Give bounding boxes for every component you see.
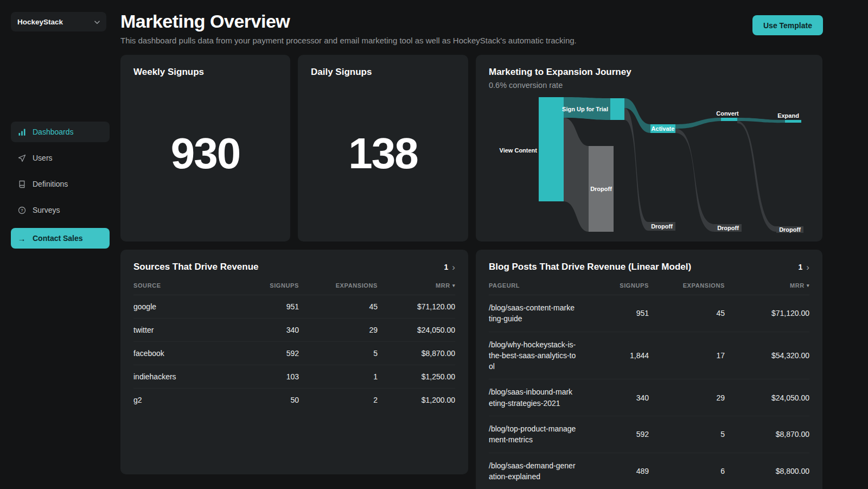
- workspace-switcher[interactable]: HockeyStack: [11, 12, 106, 31]
- table-row[interactable]: /blog/saas-demand-generation-explained48…: [489, 453, 809, 489]
- table-row[interactable]: twitter34029$24,050.00: [133, 319, 455, 342]
- table-card-header: Blog Posts That Drive Revenue (Linear Mo…: [489, 262, 809, 272]
- sankey-svg: View Content Sign Up for Trial Dropoff A…: [489, 92, 810, 236]
- book-icon: [17, 180, 26, 188]
- sankey-label-dropoff-main: Dropoff: [590, 186, 612, 192]
- stats-row: Weekly Signups 930 Daily Signups 138 Mar…: [120, 55, 823, 242]
- column-header-mrr[interactable]: MRR ▾: [725, 282, 809, 289]
- sidebar-item-definitions[interactable]: Definitions: [11, 174, 110, 194]
- row-value: $8,870.00: [378, 349, 455, 358]
- row-value: 50: [231, 396, 299, 404]
- column-header-label: MRR: [790, 282, 805, 289]
- row-value: 17: [649, 351, 725, 360]
- sankey-node-view-content[interactable]: [539, 97, 564, 201]
- sidebar-item-label: Users: [33, 154, 53, 162]
- pagination[interactable]: 1 ›: [444, 263, 455, 272]
- row-value: 592: [584, 430, 649, 439]
- column-header-mrr[interactable]: MRR ▾: [378, 282, 455, 289]
- chevron-right-icon: ›: [452, 263, 455, 272]
- page-subtitle: This dashboard pulls data from your paym…: [120, 36, 577, 45]
- flow-activate-convert: [675, 118, 721, 129]
- sidebar-item-surveys[interactable]: ? Surveys: [11, 200, 110, 220]
- sankey-label-dropoff-3: Dropoff: [717, 225, 739, 231]
- row-value: $1,250.00: [378, 372, 455, 381]
- flow-convert-dropoff: [737, 121, 776, 232]
- column-header-signups[interactable]: Signups: [231, 282, 299, 289]
- row-value: 340: [584, 393, 649, 402]
- sankey-label-dropoff-2: Dropoff: [651, 223, 673, 230]
- weekly-signups-card: Weekly Signups 930: [120, 55, 290, 242]
- sankey-node-convert[interactable]: [721, 118, 737, 121]
- row-label: /blog/why-hockeystack-is-the-best-saas-a…: [489, 339, 584, 372]
- row-value: $54,320.00: [725, 351, 809, 360]
- arrow-right-icon: →: [17, 234, 26, 243]
- table-header-row: Pageurl Signups Expansions MRR ▾: [489, 282, 809, 295]
- contact-sales-button[interactable]: → Contact Sales: [11, 228, 110, 249]
- page-number: 1: [799, 263, 803, 271]
- table-body: /blog/saas-content-marketing-guide95145$…: [489, 295, 809, 489]
- page-header-text: Marketing Overview This dashboard pulls …: [120, 11, 577, 45]
- chevron-right-icon: ›: [806, 263, 809, 272]
- row-value: $24,050.00: [378, 326, 455, 334]
- row-value: 6: [649, 467, 725, 475]
- flow-activate-dropoff: [675, 129, 714, 232]
- workspace-name: HockeyStack: [17, 18, 63, 26]
- row-label: google: [133, 302, 231, 311]
- table-row[interactable]: /blog/why-hockeystack-is-the-best-saas-a…: [489, 332, 809, 380]
- row-value: $1,200.00: [378, 396, 455, 404]
- pagination[interactable]: 1 ›: [799, 263, 809, 272]
- row-value: $71,120.00: [725, 309, 809, 317]
- row-value: 1: [299, 372, 378, 381]
- sankey-chart: View Content Sign Up for Trial Dropoff A…: [489, 92, 809, 238]
- table-body: google95145$71,120.00twitter34029$24,050…: [133, 295, 455, 411]
- sort-caret-icon: ▾: [452, 283, 455, 288]
- table-row[interactable]: g2502$1,200.00: [133, 389, 455, 411]
- blog-table-card: Blog Posts That Drive Revenue (Linear Mo…: [476, 250, 822, 489]
- row-value: 29: [649, 393, 725, 402]
- row-value: $24,050.00: [725, 393, 809, 402]
- table-row[interactable]: facebook5925$8,870.00: [133, 342, 455, 365]
- table-row[interactable]: /blog/saas-inbound-marketing-strategies-…: [489, 379, 809, 416]
- table-row[interactable]: /blog/saas-content-marketing-guide95145$…: [489, 295, 809, 332]
- row-label: indiehackers: [133, 372, 231, 381]
- sidebar-nav: Dashboards Users Definitions ? Surveys →…: [11, 122, 110, 249]
- contact-sales-label: Contact Sales: [33, 234, 83, 243]
- daily-signups-value: 138: [348, 129, 417, 179]
- sankey-label-dropoff-4: Dropoff: [779, 226, 801, 233]
- use-template-button[interactable]: Use Template: [752, 15, 823, 35]
- page-title: Marketing Overview: [120, 11, 577, 32]
- sidebar-item-label: Definitions: [33, 180, 68, 188]
- sources-table-card: Sources That Drive Revenue 1 › Source Si…: [120, 250, 468, 474]
- sankey-node-signup[interactable]: [610, 98, 624, 120]
- send-icon: [17, 154, 26, 162]
- sankey-label-convert: Convert: [716, 110, 739, 117]
- stat-value-wrap: 930: [133, 78, 277, 230]
- table-row[interactable]: /blog/top-product-management-metrics5925…: [489, 416, 809, 453]
- column-header-expansions[interactable]: Expansions: [299, 282, 378, 289]
- sort-caret-icon: ▾: [807, 283, 809, 288]
- table-row[interactable]: google95145$71,120.00: [133, 295, 455, 319]
- row-label: /blog/saas-content-marketing-guide: [489, 302, 584, 325]
- stat-value-wrap: 138: [311, 78, 455, 230]
- column-header-source[interactable]: Source: [133, 282, 231, 289]
- column-header-signups[interactable]: Signups: [584, 282, 649, 289]
- sidebar-item-dashboards[interactable]: Dashboards: [11, 122, 110, 142]
- row-label: twitter: [133, 326, 231, 334]
- sidebar-item-label: Surveys: [33, 206, 60, 214]
- table-title: Sources That Drive Revenue: [133, 262, 259, 272]
- column-header-pageurl[interactable]: Pageurl: [489, 282, 584, 289]
- page-number: 1: [444, 263, 449, 271]
- row-value: 5: [299, 349, 378, 358]
- sankey-node-expand[interactable]: [785, 120, 801, 123]
- row-value: $8,870.00: [725, 430, 809, 439]
- table-title: Blog Posts That Drive Revenue (Linear Mo…: [489, 262, 691, 272]
- table-row[interactable]: indiehackers1031$1,250.00: [133, 365, 455, 389]
- sidebar: HockeyStack Dashboards Users Definitions: [0, 0, 120, 489]
- column-header-expansions[interactable]: Expansions: [649, 282, 725, 289]
- row-label: /blog/saas-inbound-marketing-strategies-…: [489, 386, 584, 409]
- sankey-label-activate: Activate: [652, 125, 675, 132]
- sankey-label-signup: Sign Up for Trial: [562, 106, 608, 112]
- sidebar-item-users[interactable]: Users: [11, 148, 110, 168]
- row-value: 951: [584, 309, 649, 317]
- conversion-rate: 0.6% conversion rate: [489, 81, 809, 90]
